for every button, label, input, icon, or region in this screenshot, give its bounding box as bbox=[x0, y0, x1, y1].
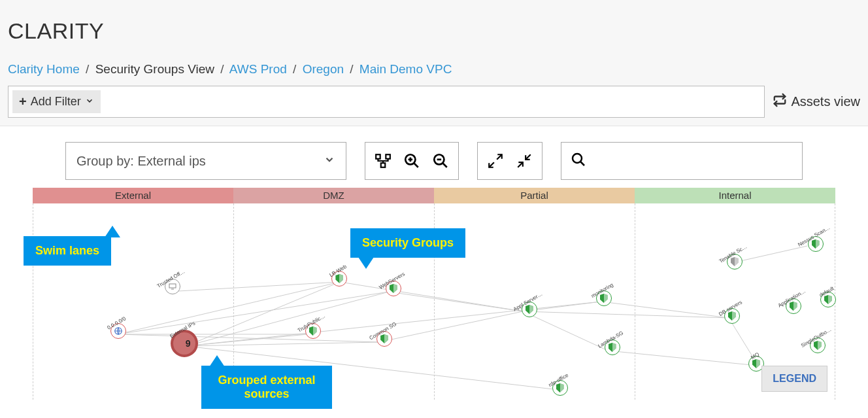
expand-icon[interactable] bbox=[487, 152, 504, 169]
svg-line-13 bbox=[518, 162, 523, 167]
svg-line-26 bbox=[167, 282, 340, 292]
search-icon bbox=[571, 152, 586, 170]
svg-rect-1 bbox=[386, 154, 390, 159]
lane-external: External bbox=[33, 188, 233, 203]
chevron-down-icon bbox=[324, 154, 335, 169]
node-trusted-off[interactable]: Trusted Off… bbox=[157, 275, 188, 294]
svg-rect-2 bbox=[381, 163, 386, 167]
node-common-sg[interactable]: Common SG bbox=[369, 328, 399, 347]
plus-icon: + bbox=[19, 94, 27, 109]
breadcrumb-sep: / bbox=[350, 62, 353, 76]
lane-dmz: DMZ bbox=[233, 188, 434, 203]
node-webservers[interactable]: WebServers bbox=[379, 277, 408, 296]
node-appl-server[interactable]: Appl Server… bbox=[513, 298, 546, 317]
assets-view-link[interactable]: Assets view bbox=[773, 93, 860, 111]
breadcrumb-vpc[interactable]: Main Demo VPC bbox=[359, 62, 452, 76]
graph-canvas[interactable]: Swim lanes Security Groups Grouped exter… bbox=[33, 203, 835, 400]
assets-view-label: Assets view bbox=[791, 94, 860, 109]
svg-line-34 bbox=[608, 351, 758, 366]
add-filter-button[interactable]: + Add Filter bbox=[12, 90, 101, 113]
filter-bar[interactable]: + Add Filter bbox=[8, 86, 765, 118]
node-external-ips[interactable]: External IPs 9 bbox=[170, 326, 198, 357]
callout-security-groups: Security Groups bbox=[350, 228, 465, 258]
svg-rect-0 bbox=[376, 154, 380, 159]
svg-line-27 bbox=[340, 282, 523, 311]
node-db-servers[interactable]: DB servers bbox=[719, 305, 745, 324]
breadcrumb-account[interactable]: AWS Prod bbox=[229, 62, 287, 76]
layout-icon[interactable] bbox=[375, 152, 392, 169]
node-lambda-sg[interactable]: Lambda-SG bbox=[598, 336, 626, 355]
svg-line-15 bbox=[580, 162, 584, 165]
zoom-out-icon[interactable] bbox=[432, 152, 449, 169]
svg-line-29 bbox=[379, 311, 523, 342]
group-count: 9 bbox=[186, 338, 191, 349]
svg-point-14 bbox=[573, 154, 582, 163]
svg-line-32 bbox=[523, 311, 608, 351]
lane-partial: Partial bbox=[434, 188, 635, 203]
breadcrumb-region[interactable]: Oregon bbox=[303, 62, 344, 76]
node-nessus-scan[interactable]: Nessus Scan… bbox=[797, 233, 833, 252]
node-lb-web[interactable]: LB-Web bbox=[330, 268, 349, 287]
add-filter-label: Add Filter bbox=[31, 95, 81, 109]
breadcrumb-home[interactable]: Clarity Home bbox=[8, 62, 80, 76]
breadcrumb: Clarity Home / Security Groups View / AW… bbox=[8, 62, 860, 77]
legend-button[interactable]: LEGEND bbox=[761, 366, 827, 392]
node-rdp-office[interactable]: rdp-office bbox=[549, 377, 571, 396]
svg-rect-37 bbox=[169, 284, 176, 288]
collapse-icon[interactable] bbox=[516, 152, 533, 169]
zoom-in-icon[interactable] bbox=[403, 152, 420, 169]
svg-line-31 bbox=[523, 311, 729, 318]
swim-lanes-header: External DMZ Partial Internal bbox=[33, 188, 835, 203]
callout-swim-lanes: Swim lanes bbox=[24, 236, 111, 266]
chevron-down-icon bbox=[85, 95, 94, 109]
svg-line-18 bbox=[118, 334, 379, 342]
svg-line-28 bbox=[389, 292, 523, 311]
node-monitoring[interactable]: monitoring bbox=[592, 287, 616, 306]
node-tenable-sc[interactable]: Tenable Sc… bbox=[719, 251, 750, 270]
group-by-dropdown[interactable]: Group by: External ips bbox=[65, 142, 346, 180]
svg-line-10 bbox=[497, 154, 502, 160]
node-default[interactable]: default bbox=[820, 288, 836, 307]
svg-line-11 bbox=[489, 162, 494, 167]
node-application[interactable]: Application… bbox=[778, 295, 809, 314]
lane-internal: Internal bbox=[635, 188, 835, 203]
svg-line-12 bbox=[526, 154, 531, 160]
search-box[interactable] bbox=[561, 142, 803, 180]
swap-icon bbox=[773, 93, 787, 111]
breadcrumb-view: Security Groups View bbox=[95, 62, 214, 76]
breadcrumb-sep: / bbox=[293, 62, 296, 76]
svg-line-4 bbox=[414, 163, 418, 167]
breadcrumb-sep: / bbox=[220, 62, 224, 76]
svg-line-8 bbox=[442, 163, 447, 167]
node-zero-cidr[interactable]: 0.0.0.0/0 bbox=[108, 320, 128, 339]
node-single-outbo[interactable]: SingleOutbo… bbox=[801, 334, 835, 353]
node-truly-public[interactable]: TrulyPublic… bbox=[297, 320, 328, 339]
group-by-label: Group by: External ips bbox=[76, 154, 206, 169]
svg-line-33 bbox=[601, 302, 729, 318]
breadcrumb-sep: / bbox=[86, 62, 89, 76]
page-title: CLARITY bbox=[8, 18, 860, 44]
callout-grouped-sources: Grouped external sources bbox=[201, 366, 332, 409]
